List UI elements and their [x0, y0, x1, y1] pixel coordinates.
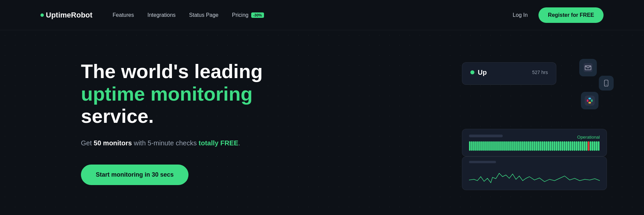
svg-rect-74: [598, 141, 599, 151]
hero-title-green: uptime monitoring: [81, 83, 253, 105]
uptime-bars: [469, 141, 600, 151]
svg-rect-50: [550, 141, 551, 151]
svg-rect-66: [582, 141, 583, 151]
logo[interactable]: UptimeRobot: [40, 11, 92, 20]
response-label-placeholder: [469, 161, 496, 163]
subtitle-pre: Get: [81, 139, 94, 147]
svg-rect-27: [503, 141, 505, 151]
svg-rect-16: [481, 141, 483, 151]
svg-rect-64: [578, 141, 579, 151]
nav-pricing-wrap: Pricing -30%: [232, 12, 264, 18]
svg-rect-8: [591, 99, 593, 102]
nav-links: Features Integrations Status Page Pricin…: [113, 12, 513, 18]
svg-rect-15: [479, 141, 481, 151]
operational-card: Operational: [462, 129, 607, 156]
svg-rect-10: [469, 141, 471, 151]
slack-icon: [581, 92, 598, 109]
login-button[interactable]: Log In: [513, 12, 528, 18]
svg-rect-45: [539, 141, 541, 151]
nav-pricing[interactable]: Pricing: [232, 12, 248, 18]
svg-rect-12: [473, 141, 475, 151]
svg-rect-55: [560, 141, 561, 151]
svg-rect-63: [576, 141, 577, 151]
svg-rect-69: [588, 141, 589, 151]
subtitle-green: totally FREE: [199, 139, 238, 147]
logo-dot: [40, 13, 44, 17]
svg-rect-30: [509, 141, 511, 151]
hero-title-line2: service.: [81, 105, 154, 127]
svg-rect-41: [531, 141, 533, 151]
svg-rect-73: [596, 141, 597, 151]
svg-rect-40: [529, 141, 531, 151]
nav-features[interactable]: Features: [113, 12, 134, 18]
svg-rect-7: [588, 98, 591, 99]
response-card: [462, 156, 607, 190]
svg-rect-14: [477, 141, 479, 151]
status-dot: [470, 70, 474, 74]
nav-integrations[interactable]: Integrations: [147, 12, 176, 18]
svg-rect-51: [552, 141, 553, 151]
navbar: UptimeRobot Features Integrations Status…: [0, 0, 644, 30]
svg-rect-25: [499, 141, 501, 151]
svg-rect-72: [594, 141, 595, 151]
card-label-placeholder: [469, 135, 503, 137]
svg-rect-6: [587, 99, 588, 102]
svg-rect-9: [588, 102, 591, 103]
mobile-icon: [599, 76, 614, 91]
subtitle-mid: with 5-minute checks: [132, 139, 199, 147]
svg-rect-29: [507, 141, 509, 151]
svg-rect-37: [523, 141, 525, 151]
svg-rect-21: [491, 141, 493, 151]
operational-label: Operational: [577, 135, 600, 140]
svg-rect-38: [525, 141, 527, 151]
logo-text: UptimeRobot: [46, 11, 92, 20]
svg-rect-13: [475, 141, 477, 151]
svg-rect-32: [513, 141, 515, 151]
sparkline-svg: [469, 167, 600, 185]
svg-rect-22: [493, 141, 495, 151]
nav-right: Log In Register for FREE: [513, 7, 604, 23]
hero-content: The world's leading uptime monitoring se…: [81, 60, 310, 185]
svg-rect-61: [572, 141, 573, 151]
hero-visual: Up 527 hrs Operational: [462, 56, 617, 190]
svg-rect-60: [569, 141, 571, 151]
svg-rect-33: [515, 141, 517, 151]
svg-rect-57: [564, 141, 565, 151]
status-label: Up: [478, 69, 487, 76]
subtitle-bold: 50 monitors: [94, 139, 132, 147]
hero-title-line1: The world's leading: [81, 60, 263, 82]
svg-rect-53: [556, 141, 557, 151]
pricing-badge: -30%: [251, 12, 264, 18]
svg-rect-19: [487, 141, 489, 151]
svg-rect-70: [590, 141, 591, 151]
uptime-hours: 527 hrs: [532, 70, 548, 75]
svg-rect-39: [527, 141, 529, 151]
svg-rect-56: [562, 141, 563, 151]
sparkline-line: [469, 173, 600, 183]
nav-status-page[interactable]: Status Page: [189, 12, 218, 18]
svg-rect-46: [541, 141, 543, 151]
svg-rect-31: [511, 141, 513, 151]
svg-rect-44: [537, 141, 539, 151]
svg-rect-65: [580, 141, 581, 151]
svg-rect-18: [485, 141, 487, 151]
svg-point-4: [606, 84, 607, 85]
svg-rect-11: [471, 141, 473, 151]
svg-rect-58: [566, 141, 567, 151]
svg-rect-47: [544, 141, 545, 151]
email-icon: [579, 59, 597, 76]
svg-rect-59: [567, 141, 569, 151]
register-button[interactable]: Register for FREE: [538, 7, 604, 23]
svg-rect-43: [535, 141, 537, 151]
svg-rect-5: [585, 96, 595, 106]
svg-rect-42: [533, 141, 535, 151]
svg-rect-48: [546, 141, 547, 151]
svg-rect-24: [497, 141, 499, 151]
svg-rect-35: [519, 141, 521, 151]
svg-rect-23: [495, 141, 497, 151]
svg-rect-54: [558, 141, 559, 151]
cta-button[interactable]: Start monitoring in 30 secs: [81, 165, 188, 185]
svg-rect-68: [586, 141, 587, 151]
hero-title: The world's leading uptime monitoring se…: [81, 60, 310, 128]
svg-rect-62: [574, 141, 575, 151]
